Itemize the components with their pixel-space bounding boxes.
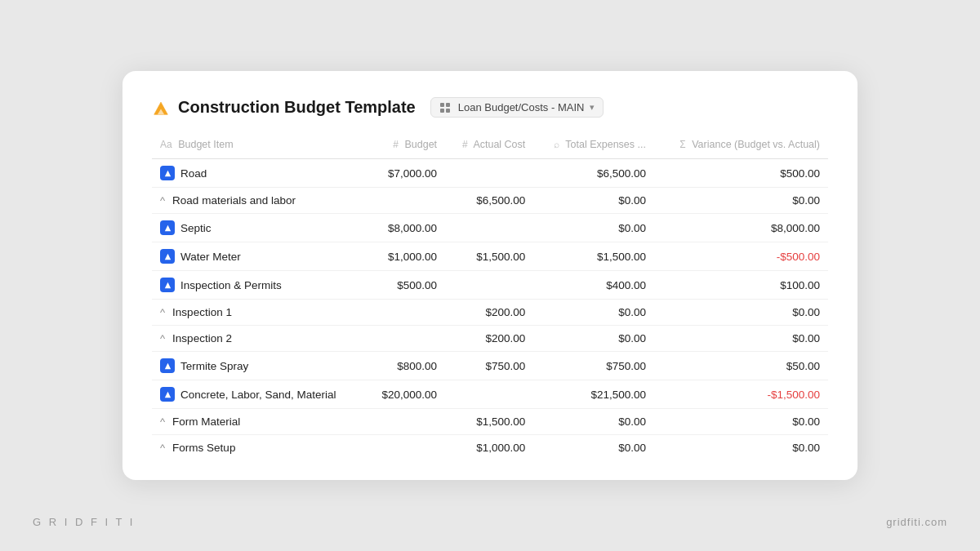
item-name: Road materials and labor (172, 194, 296, 207)
svg-rect-3 (446, 103, 450, 107)
budget-value: $8,000.00 (366, 214, 445, 242)
total-expenses-value: $0.00 (533, 326, 654, 352)
table-row: Concrete, Labor, Sand, Material$20,000.0… (152, 380, 828, 409)
svg-marker-11 (164, 391, 170, 397)
budget-item-cell: Septic (152, 214, 366, 242)
actual-cost-value: $200.00 (445, 326, 533, 352)
chevron-down-icon: ▾ (590, 102, 595, 113)
item-name: Inspection 1 (172, 306, 232, 318)
actual-cost-value (445, 271, 533, 300)
item-name: Water Meter (180, 251, 241, 263)
hash-col-icon-budget: # (393, 139, 399, 150)
total-expenses-value: $0.00 (533, 300, 654, 326)
budget-value (366, 409, 445, 435)
actual-cost-value (445, 380, 533, 409)
variance-value: -$1,500.00 (654, 380, 828, 409)
variance-value: $8,000.00 (654, 214, 828, 242)
main-card: Construction Budget Template Loan Budget… (122, 71, 858, 480)
table-header: Aa Budget Item # Budget # Actual Cost ⌕ … (152, 134, 828, 159)
table-row: ^ Form Material$1,500.00$0.00$0.00 (152, 409, 828, 435)
budget-table: Aa Budget Item # Budget # Actual Cost ⌕ … (152, 134, 828, 460)
col-header-budget-item: Aa Budget Item (152, 134, 366, 159)
child-prefix-icon: ^ (160, 332, 165, 344)
watermark-left: G R I D F I T I (33, 516, 135, 528)
budget-item-cell: ^ Forms Setup (152, 435, 366, 461)
item-name: Septic (180, 222, 212, 234)
child-prefix-icon: ^ (160, 306, 165, 318)
budget-value: $7,000.00 (366, 159, 445, 188)
budget-item-cell: Termite Spray (152, 352, 366, 380)
actual-cost-value: $1,500.00 (445, 409, 533, 435)
header: Construction Budget Template Loan Budget… (152, 97, 828, 118)
col-header-actual: # Actual Cost (445, 134, 533, 159)
table-row: Road$7,000.00$6,500.00$500.00 (152, 159, 828, 188)
table-row: Septic$8,000.00$0.00$8,000.00 (152, 214, 828, 242)
row-parent-icon (160, 278, 175, 292)
actual-cost-value: $750.00 (445, 352, 533, 380)
col-header-total: ⌕ Total Expenses ... (533, 134, 654, 159)
text-col-icon: Aa (160, 139, 172, 150)
variance-value: -$500.00 (654, 242, 828, 271)
total-expenses-value: $0.00 (533, 409, 654, 435)
svg-marker-6 (164, 170, 170, 176)
budget-item-cell: Concrete, Labor, Sand, Material (152, 380, 366, 409)
budget-item-cell: ^ Form Material (152, 409, 366, 435)
table-row: Inspection & Permits$500.00$400.00$100.0… (152, 271, 828, 300)
svg-rect-4 (440, 109, 444, 113)
variance-value: $100.00 (654, 271, 828, 300)
row-parent-icon (160, 358, 175, 373)
total-expenses-value: $0.00 (533, 435, 654, 461)
variance-value: $50.00 (654, 352, 828, 380)
row-parent-icon (160, 220, 175, 235)
item-name: Form Material (172, 415, 240, 428)
total-expenses-value: $1,500.00 (533, 242, 654, 271)
budget-item-cell: Inspection & Permits (152, 271, 366, 300)
table-row: ^ Forms Setup$1,000.00$0.00$0.00 (152, 435, 828, 461)
budget-value (366, 300, 445, 326)
svg-marker-9 (164, 282, 170, 287)
budget-item-cell: Road (152, 159, 366, 188)
svg-rect-5 (446, 109, 450, 113)
total-expenses-value: $750.00 (533, 352, 654, 380)
child-prefix-icon: ^ (160, 442, 165, 454)
child-prefix-icon: ^ (160, 415, 165, 428)
table-body: Road$7,000.00$6,500.00$500.00^ Road mate… (152, 159, 828, 461)
table-row: Water Meter$1,000.00$1,500.00$1,500.00-$… (152, 242, 828, 271)
actual-cost-value (445, 214, 533, 242)
child-prefix-icon: ^ (160, 194, 165, 207)
hash-col-icon-actual: # (462, 139, 468, 150)
budget-value: $20,000.00 (366, 380, 445, 409)
budget-value (366, 435, 445, 461)
view-label: Loan Budget/Costs - MAIN (458, 101, 585, 113)
item-name: Inspection & Permits (180, 279, 282, 291)
budget-item-cell: ^ Inspection 1 (152, 300, 366, 326)
col-header-budget: # Budget (366, 134, 445, 159)
page-title: Construction Budget Template (178, 98, 416, 117)
total-expenses-value: $0.00 (533, 214, 654, 242)
variance-value: $0.00 (654, 409, 828, 435)
view-selector[interactable]: Loan Budget/Costs - MAIN ▾ (430, 97, 604, 118)
variance-value: $0.00 (654, 188, 828, 214)
variance-value: $0.00 (654, 300, 828, 326)
row-parent-icon (160, 249, 175, 264)
table-icon (439, 102, 451, 113)
total-expenses-value: $400.00 (533, 271, 654, 300)
item-name: Termite Spray (180, 360, 248, 372)
svg-marker-8 (164, 253, 170, 259)
app-title-icon (152, 99, 170, 117)
item-name: Concrete, Labor, Sand, Material (180, 389, 336, 401)
table-row: Termite Spray$800.00$750.00$750.00$50.00 (152, 352, 828, 380)
budget-value: $800.00 (366, 352, 445, 380)
budget-value: $1,000.00 (366, 242, 445, 271)
actual-cost-value: $200.00 (445, 300, 533, 326)
item-name: Forms Setup (172, 442, 235, 454)
variance-value: $500.00 (654, 159, 828, 188)
col-header-variance: Σ Variance (Budget vs. Actual) (654, 134, 828, 159)
variance-value: $0.00 (654, 326, 828, 352)
svg-rect-2 (440, 103, 444, 107)
row-parent-icon (160, 387, 175, 402)
item-name: Road (180, 167, 207, 180)
total-expenses-value: $6,500.00 (533, 159, 654, 188)
sigma-col-icon: Σ (679, 139, 685, 150)
svg-marker-7 (164, 224, 170, 230)
